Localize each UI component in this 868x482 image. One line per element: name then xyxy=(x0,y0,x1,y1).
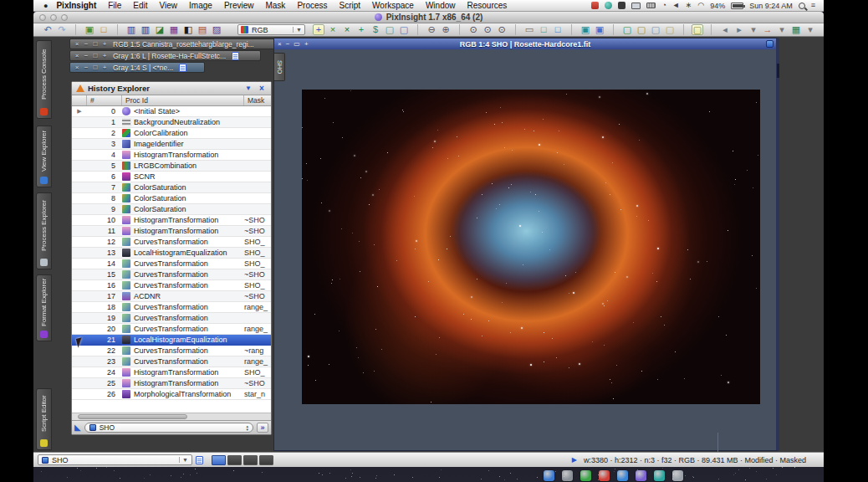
menu-list-icon[interactable]: ≡ xyxy=(811,2,815,9)
page-tan-icon[interactable]: ▢ xyxy=(664,24,676,35)
stf-auto-icon[interactable]: ▥ xyxy=(140,24,151,35)
history-row[interactable]: 22CurvesTransformation~rang xyxy=(72,346,271,356)
menu-window[interactable]: Window xyxy=(426,1,456,10)
horizontal-scrollbar[interactable] xyxy=(72,413,271,420)
panel-close-icon[interactable]: × xyxy=(257,84,267,93)
menu-edit[interactable]: Edit xyxy=(133,1,147,10)
close-icon[interactable]: × xyxy=(74,52,80,59)
column-mask[interactable]: Mask xyxy=(244,95,271,105)
history-row[interactable]: 25HistogramTransformation~SHO xyxy=(72,378,271,389)
new-view-doc-icon[interactable] xyxy=(196,456,203,464)
move-tool-icon[interactable]: + xyxy=(313,24,324,35)
real-time-preview-icon[interactable]: ▣ xyxy=(84,24,95,35)
app-status-dark-icon[interactable] xyxy=(618,2,625,9)
history-row[interactable]: 16CurvesTransformationSHO_ xyxy=(72,280,271,291)
zoom-in-icon[interactable]: ⊕ xyxy=(440,24,452,35)
stf-edit-icon[interactable]: ▥ xyxy=(125,24,137,35)
clone-view-icon[interactable]: □ xyxy=(98,24,110,35)
open-view-icon[interactable]: ▢ xyxy=(398,24,410,35)
expand-icon[interactable]: + xyxy=(304,40,309,48)
mask-edit-icon[interactable]: ▢ xyxy=(636,24,647,35)
menu-pixinsight[interactable]: PixInsight xyxy=(56,1,96,10)
color-mask-icon[interactable]: ◪ xyxy=(154,24,166,35)
history-row[interactable]: 23CurvesTransformationrange_ xyxy=(72,356,271,367)
dock-icon-teal[interactable] xyxy=(654,470,665,481)
selection-icon[interactable]: ▭ xyxy=(523,24,535,35)
fit-window-icon[interactable]: × xyxy=(341,24,353,35)
spotlight-icon[interactable] xyxy=(799,3,805,9)
window-resize-handle[interactable] xyxy=(777,64,779,78)
column-proc-id[interactable]: Proc Id xyxy=(122,95,244,105)
app-status-globe-icon[interactable] xyxy=(605,2,612,9)
history-row[interactable]: 14CurvesTransformationSHO_ xyxy=(72,259,271,269)
menu-workspace[interactable]: Workspace xyxy=(372,1,414,10)
history-row[interactable]: 10HistogramTransformation~SHO xyxy=(72,215,271,226)
zoom-fit-icon[interactable]: ⊙ xyxy=(482,24,493,35)
image-side-tab-sho[interactable]: SHO xyxy=(274,53,285,81)
workspace-4-button[interactable] xyxy=(259,455,273,465)
history-drop-icon[interactable]: ▾ xyxy=(748,24,759,35)
mask-overlay-icon[interactable]: ▢ xyxy=(692,24,703,35)
dock-icon-blue[interactable] xyxy=(617,470,628,481)
expand-icon[interactable]: + xyxy=(101,64,108,71)
restore-icon[interactable]: □ xyxy=(92,64,99,71)
workspace-3-button[interactable] xyxy=(243,455,258,465)
dynamic-crop-icon[interactable]: □ xyxy=(552,24,564,35)
scrollbar-thumb[interactable] xyxy=(78,414,187,419)
goto-drop-icon[interactable]: ▾ xyxy=(776,24,788,35)
crop-tool-icon[interactable]: □ xyxy=(538,24,549,35)
app-status-red-icon[interactable] xyxy=(591,2,599,9)
panel-menu-icon[interactable]: ▼ xyxy=(243,85,253,92)
history-row[interactable]: 4HistogramTransformation xyxy=(72,150,271,161)
mask-next-icon[interactable]: ▣ xyxy=(594,24,605,35)
dock-icon-purple[interactable] xyxy=(636,470,646,481)
channel-selector[interactable]: RGB ▼ xyxy=(237,24,305,35)
menu-image[interactable]: Image xyxy=(189,1,212,10)
mask-show-icon[interactable]: ▢ xyxy=(621,24,633,35)
menu-resources[interactable]: Resources xyxy=(467,1,507,10)
dock-icon-silver[interactable] xyxy=(672,470,683,481)
corner-triangle-icon[interactable]: ◣ xyxy=(74,423,81,432)
image-window[interactable]: ×−▭+ RGB 1:4 SHO | Rosette-Hardcore1.fit… xyxy=(273,38,779,451)
menu-script[interactable]: Script xyxy=(340,1,361,10)
close-icon[interactable]: × xyxy=(278,40,282,48)
dock-icon-finder[interactable] xyxy=(544,470,554,481)
workspace-1-button[interactable] xyxy=(212,455,226,465)
invert-icon[interactable]: ◧ xyxy=(182,24,194,35)
zoom-optimal-icon[interactable]: ⊙ xyxy=(496,24,508,35)
dock-icon-red[interactable] xyxy=(599,470,610,481)
history-row[interactable]: 8ColorSaturation xyxy=(72,193,271,204)
volume-icon[interactable]: ◄ xyxy=(672,2,680,9)
history-row[interactable]: 20CurvesTransformationrange_ xyxy=(72,324,271,335)
nav-back-icon[interactable]: ◂ xyxy=(719,24,731,35)
history-row[interactable]: 7ColorSaturation xyxy=(72,182,271,193)
sidebar-tab-format-explorer[interactable]: Format Explorer xyxy=(36,274,52,341)
menu-process[interactable]: Process xyxy=(297,1,327,10)
menu-file[interactable]: File xyxy=(108,1,121,10)
history-row[interactable]: 12CurvesTransformationSHO_ xyxy=(72,237,271,248)
history-row[interactable]: 17ACDNR~SHO xyxy=(72,291,271,302)
minimize-icon[interactable]: − xyxy=(83,52,89,59)
history-explorer-panel[interactable]: History Explorer ▼ × # Proc Id Mask ▶0<I… xyxy=(71,81,272,435)
history-row[interactable]: 2ColorCalibration xyxy=(72,128,271,139)
time-machine-icon[interactable]: ◔ xyxy=(661,2,666,9)
row-expand-cell[interactable]: ▶ xyxy=(72,108,87,115)
chevron-down-icon[interactable]: ▼ xyxy=(179,457,188,463)
expand-icon[interactable]: + xyxy=(101,40,108,48)
stf-toggle-icon[interactable]: $ xyxy=(370,24,381,35)
history-row[interactable]: 9ColorSaturation xyxy=(72,204,271,215)
history-row[interactable]: 11HistogramTransformation~SHO xyxy=(72,226,271,237)
history-row[interactable]: 26MorphologicalTransformationstar_n xyxy=(72,389,271,400)
mode-drop-icon[interactable]: ▾ xyxy=(804,24,816,35)
workspace-icon[interactable]: ▨ xyxy=(211,24,222,35)
history-explorer-titlebar[interactable]: History Explorer ▼ × xyxy=(72,82,271,95)
history-row[interactable]: 13LocalHistogramEqualizationSHO_ xyxy=(72,248,271,259)
history-view-selector[interactable]: SHO ▴▾ xyxy=(84,423,253,433)
sidebar-tab-process-console[interactable]: Process Console xyxy=(36,40,52,119)
image-window-titlebar[interactable]: ×−▭+ RGB 1:4 SHO | Rosette-Hardcore1.fit xyxy=(274,38,776,49)
minimize-icon[interactable]: − xyxy=(286,40,290,48)
collapsed-window-bar[interactable]: ×−□+RGB 1:5 Cannistra_rosettehargblarge_… xyxy=(69,38,282,49)
traffic-lights[interactable] xyxy=(39,14,68,21)
restore-icon[interactable]: □ xyxy=(92,52,99,59)
history-row[interactable]: 6SCNR xyxy=(72,172,271,182)
